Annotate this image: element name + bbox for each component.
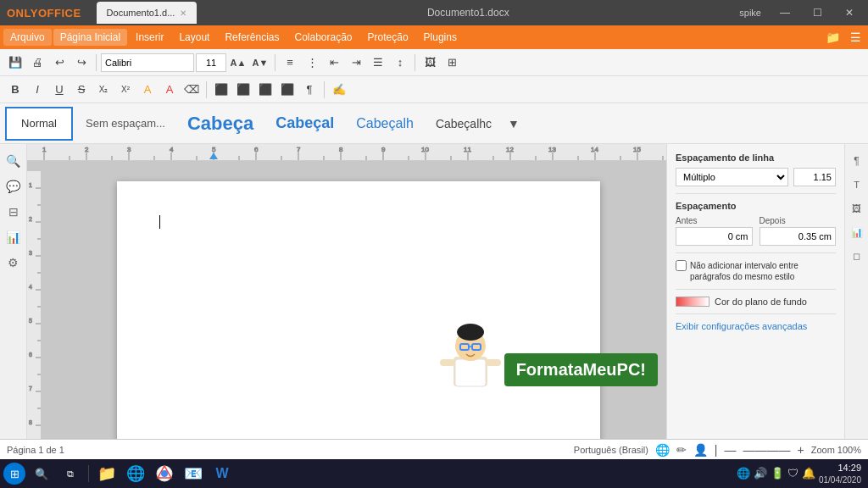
zoom-out-icon[interactable]: — (725, 443, 737, 457)
font-size-increase-button[interactable]: A▲ (228, 53, 248, 73)
text-icon[interactable]: T (847, 175, 867, 195)
settings-icon[interactable]: ⚙ (3, 252, 24, 273)
taskbar-app-filemanager[interactable]: 📁 (94, 462, 120, 485)
align-right-button[interactable]: ⬛ (255, 80, 275, 100)
network-icon[interactable]: 🌐 (737, 467, 750, 480)
italic-button[interactable]: I (27, 80, 47, 100)
document-area[interactable]: 1 2 3 4 5 6 7 8 (27, 161, 666, 439)
save-button[interactable]: 💾 (5, 53, 25, 73)
redo-button[interactable]: ↪ (71, 53, 92, 73)
font-color-button[interactable]: A (159, 80, 180, 100)
font-name-input[interactable]: Calibri (101, 53, 194, 72)
open-location-icon[interactable]: 📁 (822, 29, 843, 46)
align-center-button[interactable]: ⬛ (233, 80, 253, 100)
document-tab[interactable]: Documento1.d... ✕ (97, 2, 198, 24)
page-count: Página 1 de 1 (7, 445, 64, 455)
print-button[interactable]: 🖨 (27, 53, 47, 73)
task-view-button[interactable]: ⧉ (58, 462, 83, 485)
chart-sidebar-icon[interactable]: 📊 (847, 222, 867, 242)
comment-icon[interactable]: 💬 (3, 176, 24, 197)
title-bar-left: ONLYOFFICE Documento1.d... ✕ (7, 2, 197, 24)
strikethrough-button[interactable]: S (71, 80, 92, 100)
style-normal[interactable]: Normal (5, 107, 73, 141)
status-bar: Página 1 de 1 Português (Brasil) 🌐 ✏ 👤 |… (0, 439, 868, 459)
zoom-in-icon[interactable]: + (798, 443, 804, 457)
bg-color-row[interactable]: Cor do plano de fundo (676, 297, 836, 307)
header-icon[interactable]: ⊟ (3, 202, 24, 222)
line-spacing-select[interactable]: Múltiplo Simples 1.5 linhas Duplo (676, 168, 788, 186)
taskbar-app-chrome[interactable] (152, 463, 177, 484)
taskbar-app-edge[interactable]: 🌐 (123, 462, 148, 485)
line-spacing-value[interactable] (793, 168, 836, 186)
menu-protecao[interactable]: Proteção (361, 29, 415, 46)
zoom-slider[interactable]: ———— (743, 443, 791, 457)
paragraph-icon[interactable]: ¶ (847, 151, 867, 171)
accessibility-icon[interactable]: 👤 (693, 443, 708, 457)
menu-referencias[interactable]: Referências (218, 29, 286, 46)
style-no-spacing[interactable]: Sem espaçam... (76, 107, 175, 141)
undo-button[interactable]: ↩ (49, 53, 70, 73)
spacing-before-input[interactable] (676, 227, 753, 246)
taskbar-app-word[interactable]: W (209, 462, 235, 485)
find-icon[interactable]: 🔍 (3, 151, 24, 171)
style-heading3[interactable]: Cabeçalh (347, 107, 423, 141)
list-bullets-button[interactable]: ≡ (280, 53, 300, 73)
linespacing-button[interactable]: ↕ (390, 53, 410, 73)
menu-layout[interactable]: Layout (172, 29, 216, 46)
taskbar-app-mail[interactable]: 📧 (181, 462, 206, 485)
multilevel-list-button[interactable]: ☰ (368, 53, 388, 73)
list-numbers-button[interactable]: ⋮ (302, 53, 322, 73)
close-button[interactable]: ✕ (834, 0, 865, 25)
battery-icon[interactable]: 🔋 (771, 467, 784, 480)
menu-plugins[interactable]: Plugins (417, 29, 464, 46)
bold-button[interactable]: B (5, 80, 25, 100)
spacing-after-input[interactable] (760, 227, 837, 246)
style-heading2[interactable]: Cabeçal (266, 107, 343, 141)
advanced-settings-link[interactable]: Exibir configurações avançadas (676, 321, 807, 331)
menu-inserir[interactable]: Inserir (129, 29, 170, 46)
spell-check-icon[interactable]: 🌐 (655, 443, 670, 457)
underline-button[interactable]: U (49, 80, 70, 100)
indent-decrease-button[interactable]: ⇤ (324, 53, 344, 73)
same-style-label: Não adicionar intervalo entre parágrafos… (690, 260, 836, 282)
pilcrow-button[interactable]: ¶ (299, 80, 320, 100)
style-heading1[interactable]: Cabeça (178, 107, 263, 141)
subscript-button[interactable]: X₂ (93, 80, 114, 100)
search-button[interactable]: 🔍 (29, 462, 54, 485)
start-button[interactable]: ⊞ (3, 463, 25, 485)
minimize-button[interactable]: — (770, 0, 800, 25)
tab-close-button[interactable]: ✕ (180, 8, 186, 18)
zoom-level: Zoom 100% (811, 445, 861, 455)
clear-format-button[interactable]: ⌫ (181, 80, 202, 100)
watermark-overlay: FormataMeuPC! (437, 310, 658, 395)
styles-more-button[interactable]: ▼ (508, 117, 520, 130)
notifications-icon[interactable]: 🔔 (802, 467, 815, 480)
antivirus-icon[interactable]: 🛡 (787, 467, 798, 480)
image-icon[interactable]: 🖼 (847, 198, 867, 219)
svg-text:1: 1 (42, 146, 47, 153)
menu-arquivo[interactable]: Arquivo (3, 29, 52, 46)
right-sidebar: ¶ T 🖼 📊 ◻ (844, 144, 868, 439)
font-size-decrease-button[interactable]: A▼ (250, 53, 270, 73)
volume-icon[interactable]: 🔊 (754, 467, 767, 480)
system-clock[interactable]: 14:29 01/04/2020 (819, 462, 861, 485)
highlight-button[interactable]: A (137, 80, 158, 100)
align-left-button[interactable]: ⬛ (211, 80, 231, 100)
superscript-button[interactable]: X² (115, 80, 136, 100)
maximize-button[interactable]: ☐ (802, 0, 832, 25)
language-label[interactable]: Português (Brasil) (574, 445, 648, 455)
shape-icon[interactable]: ◻ (847, 246, 867, 266)
align-justify-button[interactable]: ⬛ (277, 80, 298, 100)
menu-pagina-inicial[interactable]: Página Inicial (53, 29, 127, 46)
font-size-input[interactable]: 11 (196, 53, 226, 72)
chart-icon[interactable]: 📊 (3, 227, 24, 247)
menu-colaboracao[interactable]: Colaboração (287, 29, 359, 46)
table-insert-button[interactable]: ⊞ (442, 53, 462, 73)
style-heading4[interactable]: Cabeçalhc (426, 107, 501, 141)
same-style-checkbox[interactable] (676, 260, 687, 271)
image-insert-button[interactable]: 🖼 (420, 53, 440, 73)
track-changes-icon[interactable]: ✏ (676, 443, 687, 457)
menu-more-icon[interactable]: ☰ (847, 29, 865, 46)
indent-increase-button[interactable]: ⇥ (346, 53, 366, 73)
style-format-button[interactable]: ✍ (329, 80, 349, 100)
